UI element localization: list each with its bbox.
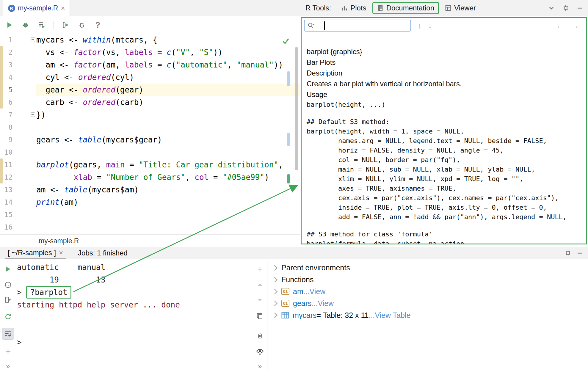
ellipsis: ... bbox=[303, 287, 310, 296]
edit-source-icon[interactable] bbox=[4, 296, 12, 304]
chevron-right-icon[interactable] bbox=[272, 277, 277, 282]
doc-line: barplot(formula, data, subset, na.action… bbox=[307, 239, 586, 244]
code-line[interactable]: am <- table(mycars$am) bbox=[36, 183, 300, 196]
chevron-down-icon[interactable] bbox=[548, 4, 555, 12]
code-line[interactable]: barplot(gears, main = "Title: Car gear d… bbox=[36, 158, 300, 171]
change-mark bbox=[287, 133, 290, 146]
chevron-right-icon[interactable] bbox=[272, 289, 277, 294]
more-icon[interactable]: » bbox=[256, 362, 264, 371]
code-line[interactable]: mycars <- within(mtcars, { bbox=[36, 34, 300, 46]
tab-documentation[interactable]: Documentation bbox=[372, 2, 439, 14]
doc-line: main = NULL, sub = NULL, xlab = NULL, yl… bbox=[307, 165, 586, 174]
debug-bug-icon[interactable] bbox=[78, 21, 86, 29]
console-line: > bbox=[17, 336, 180, 349]
close-icon[interactable]: × bbox=[59, 250, 63, 256]
code-token: = bbox=[153, 48, 167, 57]
doc-line: xlim = NULL, ylim = NULL, xpd = TRUE, lo… bbox=[307, 174, 586, 184]
add-icon[interactable] bbox=[4, 347, 12, 355]
code-token: , bbox=[227, 60, 236, 69]
code-line[interactable] bbox=[36, 146, 300, 158]
breadcrumb[interactable]: my-sample.R bbox=[0, 234, 300, 247]
code-line[interactable]: gear <- ordered(gear) bbox=[36, 84, 300, 96]
text-cursor bbox=[324, 21, 325, 30]
code-line[interactable] bbox=[36, 121, 300, 134]
code-line[interactable] bbox=[36, 208, 300, 221]
doc-line: names.arg = NULL, legend.text = NULL, be… bbox=[307, 136, 586, 146]
console-tab-jobs[interactable]: Jobs: 1 finished bbox=[78, 249, 128, 257]
search-next-icon[interactable]: ↓ bbox=[428, 21, 432, 30]
variable-row[interactable]: mycars = Table: 32 x 11 ... View Table bbox=[267, 309, 588, 321]
fold-marker-icon[interactable] bbox=[31, 37, 35, 42]
doc-back-icon[interactable]: ← bbox=[556, 21, 564, 30]
editor-body[interactable]: 12345678910111213141516 mycars <- within… bbox=[0, 34, 300, 234]
variable-name[interactable]: am bbox=[293, 287, 303, 296]
more-icon[interactable]: » bbox=[4, 362, 12, 371]
doc-search-input[interactable] bbox=[304, 20, 411, 32]
console-tab-r-samples[interactable]: [ ~/R-samples ] × bbox=[5, 247, 66, 259]
restart-session-icon[interactable] bbox=[4, 313, 12, 321]
minimize-icon[interactable] bbox=[576, 249, 584, 257]
highlighted-command[interactable]: ?barplot bbox=[26, 286, 71, 299]
search-prev-icon[interactable]: ↑ bbox=[418, 21, 421, 30]
gear-icon[interactable] bbox=[564, 249, 572, 257]
close-icon[interactable]: × bbox=[61, 5, 65, 11]
chevron-right-icon[interactable] bbox=[272, 265, 277, 270]
gear-icon[interactable] bbox=[562, 4, 570, 12]
inspection-ok-check-icon[interactable] bbox=[282, 37, 290, 45]
code-line[interactable]: am <- factor(am, labels = c("automatic",… bbox=[36, 59, 300, 71]
run-job-bug-icon[interactable] bbox=[21, 21, 30, 29]
help-icon[interactable]: ? bbox=[94, 21, 102, 29]
variable-row[interactable]: Parent environments bbox=[267, 262, 588, 274]
delete-trash-icon[interactable] bbox=[256, 331, 264, 340]
console-tab-label: [ ~/R-samples ] bbox=[8, 249, 56, 257]
editor-scrollbar[interactable] bbox=[295, 47, 298, 170]
console-output[interactable]: automatic manual 19 13> ?barplotstarting… bbox=[17, 261, 180, 349]
minimize-icon[interactable] bbox=[576, 4, 584, 12]
variables-list: Parent environmentsFunctions01am ... Vie… bbox=[267, 262, 588, 321]
code-line[interactable]: cyl <- ordered(cyl) bbox=[36, 71, 300, 84]
code-token: factor bbox=[73, 60, 101, 69]
variable-row[interactable]: 01am ... View bbox=[267, 285, 588, 297]
add-icon[interactable] bbox=[256, 265, 264, 273]
soft-wrap-toggle[interactable] bbox=[2, 328, 14, 340]
code-token: mycars <- bbox=[36, 35, 83, 44]
chevron-right-icon[interactable] bbox=[272, 313, 277, 318]
eye-icon[interactable] bbox=[256, 347, 264, 355]
soft-wrap-icon bbox=[4, 329, 12, 338]
code-token: (vs, bbox=[101, 48, 125, 57]
code-token: ordered bbox=[83, 98, 116, 107]
doc-forward-icon[interactable]: → bbox=[571, 21, 579, 30]
variable-row[interactable]: Functions bbox=[267, 274, 588, 285]
fold-marker-icon[interactable] bbox=[31, 112, 35, 117]
code-token: "manual" bbox=[236, 60, 274, 69]
change-mark bbox=[287, 71, 290, 86]
editor-tab-my-sample[interactable]: R my-sample.R × bbox=[3, 0, 70, 16]
view-link[interactable]: View Table bbox=[375, 311, 410, 320]
copy-icon[interactable] bbox=[256, 312, 264, 320]
rtools-label: R Tools: bbox=[305, 4, 331, 12]
code-line[interactable]: }) bbox=[36, 109, 300, 121]
run-selection-icon[interactable] bbox=[37, 21, 46, 29]
editor-tabbar: R my-sample.R × bbox=[0, 0, 300, 16]
run-from-cursor-icon[interactable] bbox=[62, 21, 70, 29]
move-down-icon[interactable] bbox=[256, 296, 264, 304]
code-line[interactable]: vs <- factor(vs, labels = c("V", "S")) bbox=[36, 46, 300, 59]
move-up-icon[interactable] bbox=[256, 281, 264, 289]
chevron-right-icon[interactable] bbox=[272, 301, 277, 306]
tab-plots[interactable]: Plots bbox=[338, 2, 370, 14]
variable-name[interactable]: mycars bbox=[293, 311, 317, 320]
tab-viewer[interactable]: Viewer bbox=[441, 2, 479, 14]
variable-row[interactable]: 01gears ... View bbox=[267, 297, 588, 309]
run-file-icon[interactable] bbox=[5, 21, 14, 29]
variable-name[interactable]: gears bbox=[293, 299, 312, 308]
code-line[interactable]: print(am) bbox=[36, 196, 300, 208]
console-run-icon[interactable] bbox=[4, 265, 12, 273]
factor-icon: 01 bbox=[281, 300, 289, 307]
code-line[interactable]: xlab = "Number of Gears", col = "#05ae99… bbox=[36, 171, 300, 183]
code-line[interactable] bbox=[36, 221, 300, 233]
code-line[interactable]: gears <- table(mycars$gear) bbox=[36, 134, 300, 146]
code-line[interactable]: carb <- ordered(carb) bbox=[36, 96, 300, 109]
view-link[interactable]: View bbox=[310, 287, 326, 296]
view-link[interactable]: View bbox=[318, 299, 334, 308]
history-clock-icon[interactable] bbox=[4, 281, 12, 289]
